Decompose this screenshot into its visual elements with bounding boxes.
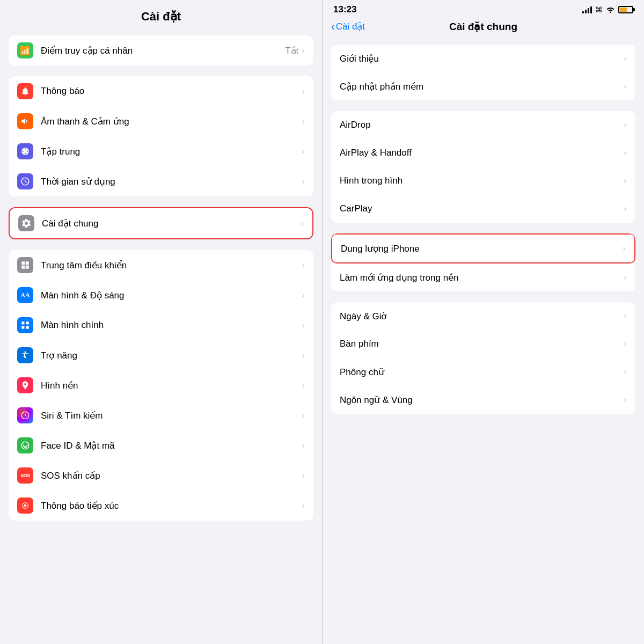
hinh-nen-icon xyxy=(17,377,33,393)
hotspot-label: Điểm truy cập cá nhân xyxy=(41,45,285,56)
hinh-nen-label: Hình nền xyxy=(41,380,302,391)
hotspot-value: Tắt xyxy=(285,45,298,56)
svg-rect-0 xyxy=(21,321,24,324)
storage-group: Dung lượng iPhone › Làm mới ứng dụng tro… xyxy=(331,233,635,291)
cai-dat-chung-row[interactable]: Cài đặt chung › xyxy=(10,208,312,238)
man-hinh-chevron: › xyxy=(302,290,305,301)
tap-trung-chevron: › xyxy=(302,146,305,157)
trung-tam-label: Trung tâm điều khiển xyxy=(41,260,302,271)
lam-moi-chevron: › xyxy=(624,272,627,283)
man-hinh-chinh-chevron: › xyxy=(302,320,305,331)
gioi-thieu-row[interactable]: Giới thiệu › xyxy=(331,45,635,72)
back-button[interactable]: ‹ Cài đặt xyxy=(331,20,365,33)
tro-nang-label: Trợ năng xyxy=(41,350,302,361)
right-panel: 13:23 ⌘ ‹ Cài đặt Cài đặt chung Giới thi… xyxy=(322,0,644,644)
battery-icon xyxy=(618,6,633,13)
svg-rect-3 xyxy=(26,326,29,329)
man-hinh-label: Màn hình & Độ sáng xyxy=(41,290,302,301)
display-group: Trung tâm điều khiển › AA Màn hình & Độ … xyxy=(9,250,313,521)
wifi-icon: ⌘ xyxy=(595,5,603,14)
man-hinh-row[interactable]: AA Màn hình & Độ sáng › xyxy=(9,280,313,310)
tiep-xuc-row[interactable]: Thông báo tiếp xúc › xyxy=(9,491,313,521)
cap-nhat-row[interactable]: Cập nhật phần mềm › xyxy=(331,72,635,100)
ngon-ngu-chevron: › xyxy=(624,394,627,405)
general-group-highlighted: Cài đặt chung › xyxy=(9,207,313,239)
status-icons: ⌘ xyxy=(582,5,633,14)
ngon-ngu-row[interactable]: Ngôn ngữ & Vùng › xyxy=(331,386,635,414)
right-scroll: Giới thiệu › Cập nhật phần mềm › AirDrop… xyxy=(323,38,644,644)
siri-label: Siri & Tìm kiếm xyxy=(41,410,302,421)
svg-rect-1 xyxy=(26,321,29,324)
dung-luong-label: Dung lượng iPhone xyxy=(341,243,623,254)
ngon-ngu-label: Ngôn ngữ & Vùng xyxy=(340,394,624,406)
tap-trung-row[interactable]: Tập trung › xyxy=(9,136,313,166)
tro-nang-icon xyxy=(17,347,33,363)
phong-chu-label: Phông chữ xyxy=(340,367,624,378)
face-id-row[interactable]: Face ID & Mật mã › xyxy=(9,430,313,460)
hinh-trong-hinh-label: Hình trong hình xyxy=(340,175,624,186)
signal-icon xyxy=(582,6,592,13)
wifi-icon-svg xyxy=(606,6,615,13)
thoi-gian-icon xyxy=(17,173,33,189)
am-thanh-row[interactable]: Âm thanh & Cảm ứng › xyxy=(9,106,313,136)
dung-luong-highlighted: Dung lượng iPhone › xyxy=(331,233,635,264)
page-title: Cài đặt chung xyxy=(449,20,517,33)
airdrop-row[interactable]: AirDrop › xyxy=(331,111,635,139)
hotspot-icon: 📶 xyxy=(17,42,33,58)
tiep-xuc-chevron: › xyxy=(302,500,305,511)
thoi-gian-label: Thời gian sử dụng xyxy=(41,176,302,187)
thoi-gian-row[interactable]: Thời gian sử dụng › xyxy=(9,166,313,196)
siri-row[interactable]: Siri & Tìm kiếm › xyxy=(9,400,313,430)
tro-nang-row[interactable]: Trợ năng › xyxy=(9,340,313,370)
sos-row[interactable]: SOS SOS khẩn cấp › xyxy=(9,460,313,491)
airdrop-label: AirDrop xyxy=(340,120,624,130)
hinh-nen-row[interactable]: Hình nền › xyxy=(9,370,313,400)
hinh-nen-chevron: › xyxy=(302,380,305,391)
ngay-gio-chevron: › xyxy=(624,311,627,321)
cai-dat-chung-chevron: › xyxy=(301,218,304,229)
ngay-gio-label: Ngày & Giờ xyxy=(340,311,624,322)
tiep-xuc-icon xyxy=(17,497,33,514)
hinh-trong-hinh-row[interactable]: Hình trong hình › xyxy=(331,167,635,195)
ban-phim-label: Bàn phím xyxy=(340,339,624,349)
thong-bao-row[interactable]: Thông báo › xyxy=(9,76,313,106)
airdrop-chevron: › xyxy=(624,120,627,130)
right-nav-bar: ‹ Cài đặt Cài đặt chung xyxy=(323,17,644,38)
airplay-row[interactable]: AirPlay & Handoff › xyxy=(331,139,635,167)
carplay-label: CarPlay xyxy=(340,203,624,214)
gioi-thieu-label: Giới thiệu xyxy=(340,53,624,64)
tap-trung-icon xyxy=(17,143,33,159)
left-header: Cài đặt xyxy=(0,0,322,29)
face-id-icon xyxy=(17,437,33,453)
notifications-group: Thông báo › Âm thanh & Cảm ứng › xyxy=(9,76,313,196)
svg-point-6 xyxy=(24,504,27,507)
carplay-chevron: › xyxy=(624,203,627,214)
trung-tam-icon xyxy=(17,257,33,273)
ngay-gio-row[interactable]: Ngày & Giờ › xyxy=(331,302,635,330)
partial-top-item[interactable]: 📶 Điểm truy cập cá nhân Tắt › xyxy=(9,35,313,65)
dung-luong-row[interactable]: Dung lượng iPhone › xyxy=(332,235,634,262)
face-id-label: Face ID & Mật mã xyxy=(41,440,302,451)
sos-chevron: › xyxy=(302,470,305,481)
siri-chevron: › xyxy=(302,410,305,421)
system-group: Ngày & Giờ › Bàn phím › Phông chữ › Ngôn… xyxy=(331,302,635,414)
lam-moi-label: Làm mới ứng dụng trong nền xyxy=(340,272,624,283)
man-hinh-chinh-row[interactable]: Màn hình chính › xyxy=(9,310,313,340)
carplay-row[interactable]: CarPlay › xyxy=(331,195,635,223)
tap-trung-label: Tập trung xyxy=(41,146,302,157)
sos-icon: SOS xyxy=(17,467,33,484)
thong-bao-label: Thông báo xyxy=(41,86,302,97)
trung-tam-row[interactable]: Trung tâm điều khiển › xyxy=(9,250,313,280)
tiep-xuc-label: Thông báo tiếp xúc xyxy=(41,500,302,511)
phong-chu-row[interactable]: Phông chữ › xyxy=(331,358,635,386)
gioi-thieu-chevron: › xyxy=(624,53,627,64)
cai-dat-chung-icon xyxy=(18,215,34,231)
thong-bao-chevron: › xyxy=(302,86,305,97)
airplay-chevron: › xyxy=(624,148,627,158)
ban-phim-chevron: › xyxy=(624,339,627,349)
hotspot-chevron: › xyxy=(302,45,305,56)
ban-phim-row[interactable]: Bàn phím › xyxy=(331,330,635,358)
lam-moi-row[interactable]: Làm mới ứng dụng trong nền › xyxy=(331,264,635,291)
trung-tam-chevron: › xyxy=(302,260,305,270)
left-panel: Cài đặt 📶 Điểm truy cập cá nhân Tắt › Th… xyxy=(0,0,322,644)
